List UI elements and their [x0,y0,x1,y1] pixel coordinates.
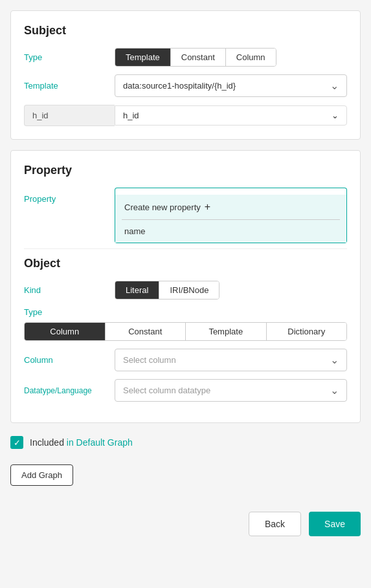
datatype-label: Datatype/Language [24,386,115,395]
type-row: Type Template Constant Column [24,48,347,67]
subject-type-btn-group: Template Constant Column [115,48,276,67]
object-type-label: Type [24,307,115,317]
kind-literal-button[interactable]: Literal [115,281,159,299]
object-title: Object [24,257,347,270]
object-type-btn-group: Column Constant Template Dictionary [24,322,347,341]
column-chevron-icon: ⌄ [330,354,339,366]
create-new-property-item[interactable]: Create new property + [115,195,346,219]
type-column-button[interactable]: Column [226,49,276,66]
included-checkbox[interactable]: ✓ [10,436,23,449]
datatype-placeholder: Select column datatype [123,386,210,395]
datatype-select[interactable]: Select column datatype ⌄ [115,379,347,402]
kind-btn-group: Literal IRI/BNode [115,281,219,299]
column-placeholder: Select column [123,355,176,365]
check-mark-icon: ✓ [14,438,21,448]
h-id-label: h_id [24,105,115,126]
type-constant-btn[interactable]: Constant [106,323,186,340]
template-value: data:source1-hospitality/{h_id} [123,81,236,91]
included-label: Included in Default Graph [30,437,133,448]
property-card: Property Property Select property ⌃ Crea… [10,150,361,423]
type-label: Type [24,52,115,62]
subject-card: Subject Type Template Constant Column Te… [10,10,361,140]
template-label: Template [24,81,115,91]
datatype-row: Datatype/Language Select column datatype… [24,379,347,402]
type-template-btn[interactable]: Template [186,323,267,340]
add-graph-container: Add Graph [10,459,361,486]
create-new-label: Create new property [124,202,201,212]
template-row: Template data:source1-hospitality/{h_id}… [24,74,347,97]
column-label: Column [24,355,115,365]
kind-row: Kind Literal IRI/BNode [24,281,347,299]
type-dictionary-btn[interactable]: Dictionary [267,323,347,340]
template-select[interactable]: data:source1-hospitality/{h_id} ⌄ [115,74,347,97]
h-id-value: h_id [123,111,139,120]
type-column-btn[interactable]: Column [25,323,106,340]
property-title: Property [24,164,347,177]
column-row: Column Select column ⌄ [24,349,347,371]
plus-icon: + [205,201,210,213]
type-constant-button[interactable]: Constant [171,49,226,66]
included-label-highlight: in Default Graph [67,437,133,448]
datatype-chevron-icon: ⌄ [330,384,339,397]
add-graph-button[interactable]: Add Graph [10,464,73,486]
property-name-item[interactable]: name [115,220,346,243]
footer-actions: Back Save [0,501,371,547]
object-section: Object Kind Literal IRI/BNode Type Colum… [24,248,347,402]
h-id-chevron-icon: ⌄ [332,111,339,120]
h-id-row: h_id h_id ⌄ [24,105,347,126]
property-dropdown-menu: Create new property + name [115,195,347,243]
column-select[interactable]: Select column ⌄ [115,349,347,371]
h-id-select[interactable]: h_id ⌄ [115,105,347,125]
property-label: Property [24,194,115,204]
save-button[interactable]: Save [309,512,361,536]
template-chevron-icon: ⌄ [330,80,339,92]
kind-iri-bnode-button[interactable]: IRI/BNode [159,281,219,299]
back-button[interactable]: Back [249,512,301,536]
subject-title: Subject [24,24,347,38]
kind-label: Kind [24,285,115,295]
type-template-button[interactable]: Template [115,49,171,66]
included-label-prefix: Included [30,437,67,448]
included-default-graph-row: ✓ Included in Default Graph [10,436,361,449]
object-type-row: Type Column Constant Template Dictionary [24,307,347,341]
name-option-label: name [124,226,146,236]
